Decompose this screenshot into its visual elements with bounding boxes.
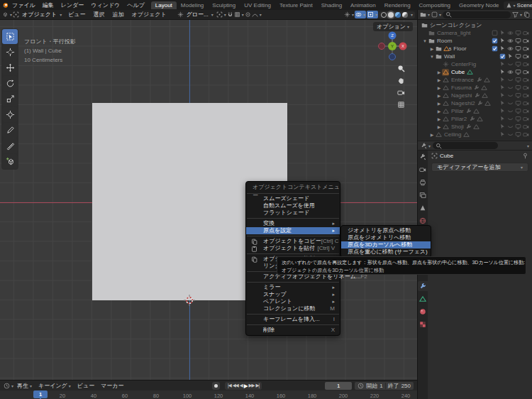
auto-key-record-button[interactable]	[212, 382, 220, 390]
outliner-label[interactable]: Pillar	[451, 108, 464, 114]
expand-icon[interactable]: ▶	[436, 124, 442, 129]
disable-viewport-icon[interactable]	[514, 45, 521, 53]
disable-render-icon[interactable]	[522, 124, 529, 131]
snap-with-icon[interactable]	[234, 11, 244, 18]
hide-eye-closed-icon[interactable]	[506, 100, 514, 107]
selectable-icon[interactable]	[499, 100, 506, 107]
expand-icon[interactable]: ▶	[436, 70, 442, 75]
menu-file[interactable]: ファイル	[9, 1, 39, 9]
select-box-tool[interactable]	[2, 29, 18, 44]
disable-render-icon[interactable]	[522, 38, 529, 45]
selectable-icon[interactable]	[499, 124, 506, 131]
disable-render-icon[interactable]	[522, 92, 529, 99]
menu-view[interactable]: ビュー	[74, 382, 97, 390]
selectable-icon[interactable]	[499, 84, 506, 92]
disable-viewport-icon[interactable]	[514, 84, 521, 92]
disable-viewport-icon[interactable]	[514, 53, 521, 60]
menu-item-paste-objects[interactable]: オブジェクトを貼付[Ctrl] V	[246, 245, 340, 252]
disable-viewport-icon[interactable]	[514, 116, 521, 123]
menu-item-move-to-collection[interactable]: コレクションに移動M	[246, 305, 340, 312]
gizmo-toggle-icon[interactable]	[344, 11, 354, 18]
outliner-row-room[interactable]: ▼ Room	[418, 37, 532, 45]
disable-render-icon[interactable]	[522, 30, 529, 37]
hide-eye-icon[interactable]	[506, 30, 514, 37]
menu-marker[interactable]: マーカー	[98, 382, 126, 390]
tab-material[interactable]	[418, 307, 428, 317]
expand-icon[interactable]: ▶	[436, 116, 442, 121]
exclude-checkbox-icon[interactable]	[491, 38, 498, 45]
move-tool[interactable]	[2, 60, 18, 75]
properties-search-input[interactable]	[433, 142, 498, 149]
tab-modifiers[interactable]	[418, 281, 428, 291]
disable-viewport-icon[interactable]	[514, 38, 521, 45]
wireframe-shading-icon[interactable]	[381, 12, 387, 18]
tab-geometry-nodes[interactable]: Geometry Node	[455, 1, 503, 9]
outliner-label[interactable]: Cube	[451, 69, 465, 75]
overlays-toggle-icon[interactable]	[355, 11, 366, 18]
tab-compositing[interactable]: Compositing	[415, 1, 455, 9]
outliner-label[interactable]: Entrance	[451, 77, 474, 83]
outliner-label[interactable]: シーンコレクション	[430, 21, 482, 29]
pivot-point-icon[interactable]	[216, 11, 226, 18]
editor-type-icon[interactable]	[2, 11, 12, 18]
menu-view[interactable]: ビュー	[65, 11, 89, 18]
outliner-label[interactable]: Pillar2	[451, 116, 467, 122]
menu-item-auto-smooth[interactable]: 自動スムーズを使用	[246, 202, 340, 209]
playhead[interactable]: 1	[33, 390, 48, 398]
current-frame-field[interactable]: 1	[325, 382, 352, 390]
tab-sculpting[interactable]: Sculpting	[208, 1, 240, 9]
outliner-label[interactable]: Nageshi2	[451, 100, 475, 106]
next-keyframe-button[interactable]: ▶▶	[249, 383, 255, 388]
tab-texture-paint[interactable]: Texture Paint	[275, 1, 317, 9]
tab-scene[interactable]	[418, 203, 428, 213]
menu-keying[interactable]: キーイング	[35, 382, 74, 390]
expand-icon[interactable]: ▶	[436, 93, 442, 98]
outliner-label[interactable]: Wall	[444, 53, 455, 60]
outliner-row-nageshi[interactable]: ▶ Nageshi	[418, 92, 532, 99]
submenu-item-origin-to-center-of-mass[interactable]: 原点を重心に移動 (サーフェス)	[341, 248, 431, 256]
tab-view-layer[interactable]	[418, 190, 428, 200]
blender-logo-icon[interactable]	[2, 2, 9, 9]
hide-eye-icon[interactable]	[506, 69, 514, 76]
menu-item-parent[interactable]: ペアレント▸	[246, 298, 340, 305]
outliner-row-scene-collection[interactable]: シーンコレクション	[418, 21, 532, 29]
new-collection-icon[interactable]	[523, 11, 530, 18]
outliner-filter-obj-icon[interactable]	[431, 11, 441, 18]
exclude-checkbox-icon[interactable]	[491, 45, 498, 53]
menu-add[interactable]: 追加	[109, 11, 128, 18]
outliner-row-nageshi2[interactable]: ▶ Nageshi2	[418, 99, 532, 107]
menu-item-set-origin[interactable]: 原点を設定▸	[246, 227, 340, 234]
outliner-row-shoji[interactable]: ▶ Shoji	[418, 123, 532, 131]
disable-render-icon[interactable]	[522, 84, 529, 92]
outliner-row-pillar[interactable]: ▶ Pillar	[418, 107, 532, 115]
menu-help[interactable]: ヘルプ	[123, 1, 148, 9]
expand-icon[interactable]: ▶	[429, 46, 435, 51]
menu-edit[interactable]: 編集	[39, 1, 57, 9]
expand-icon[interactable]: ▶	[436, 101, 442, 106]
tab-render[interactable]	[418, 165, 428, 175]
outliner-row-pillar2[interactable]: ▶ Pillar2	[418, 115, 532, 123]
properties-options-icon[interactable]	[526, 143, 529, 148]
tab-uv-editing[interactable]: UV Editing	[240, 1, 275, 9]
annotate-tool[interactable]	[2, 123, 18, 138]
camera-view-icon[interactable]	[397, 88, 406, 97]
expand-icon[interactable]: ▶	[429, 132, 435, 137]
tab-shading[interactable]: Shading	[317, 1, 346, 9]
selectable-icon[interactable]	[499, 45, 506, 53]
menu-item-copy-objects[interactable]: オブジェクトをコピー[Ctrl] C	[246, 238, 340, 245]
tab-world[interactable]	[418, 216, 428, 226]
menu-render[interactable]: レンダー	[57, 1, 88, 9]
disable-render-icon[interactable]	[522, 108, 529, 115]
expand-icon[interactable]: ▶	[436, 109, 442, 114]
outliner-label[interactable]: Floor	[453, 45, 466, 52]
menu-item-mirror[interactable]: ミラー▸	[246, 284, 340, 291]
disable-viewport-icon[interactable]	[514, 100, 521, 107]
disable-render-icon[interactable]	[522, 77, 529, 84]
timeline-editor-type-icon[interactable]	[4, 383, 13, 389]
selectable-icon[interactable]	[499, 92, 506, 99]
selectable-icon[interactable]	[499, 131, 506, 138]
outliner-row-wall[interactable]: ▼ Wall	[418, 53, 532, 60]
hide-eye-closed-icon[interactable]	[506, 108, 514, 115]
outliner-label[interactable]: Shoji	[451, 124, 464, 130]
scene-selector[interactable]: Scene	[504, 1, 532, 9]
